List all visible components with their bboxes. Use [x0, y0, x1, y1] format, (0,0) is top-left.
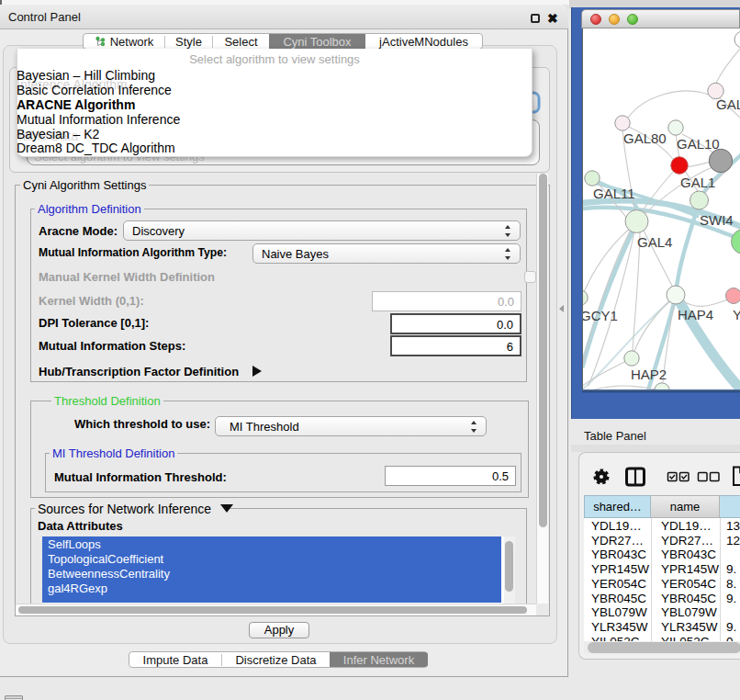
svg-text:Y: Y [733, 307, 740, 322]
svg-text:GAL1: GAL1 [680, 175, 715, 190]
svg-text:GCY1: GCY1 [583, 308, 618, 323]
svg-text:GAL: GAL [716, 96, 740, 112]
svg-text:GAL80: GAL80 [623, 130, 667, 146]
svg-text:HAP2: HAP2 [631, 367, 667, 382]
svg-text:GAL11: GAL11 [593, 186, 635, 201]
svg-text:GAL10: GAL10 [677, 136, 720, 152]
svg-text:GAL4: GAL4 [637, 234, 672, 250]
svg-text:HAP4: HAP4 [678, 307, 713, 322]
svg-text:SWI4: SWI4 [700, 212, 734, 228]
